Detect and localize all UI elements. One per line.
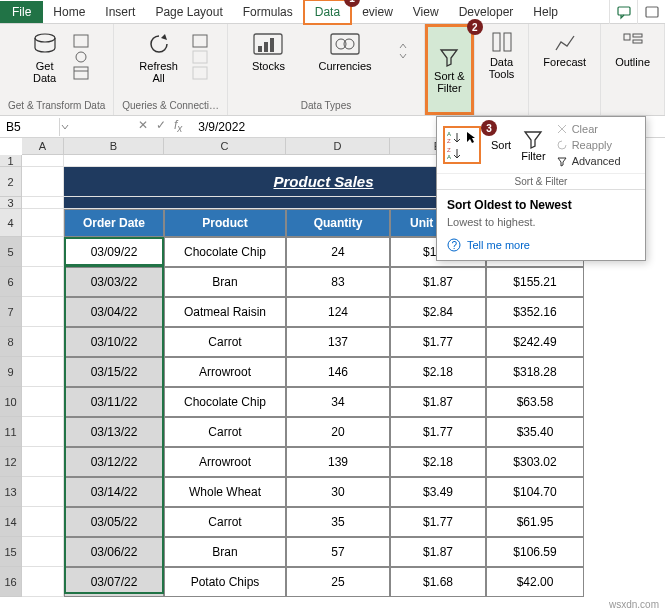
- row-3[interactable]: 3: [0, 197, 22, 209]
- cancel-icon[interactable]: ✕: [138, 118, 148, 134]
- edit-links-icon[interactable]: [192, 66, 208, 80]
- tell-me-more-link[interactable]: ? Tell me more: [447, 238, 635, 252]
- cell-d10[interactable]: 34: [286, 387, 390, 417]
- tab-formulas[interactable]: Formulas: [233, 1, 303, 23]
- cell-c5[interactable]: Chocolate Chip: [164, 237, 286, 267]
- fx-icon[interactable]: fx: [174, 118, 182, 134]
- cell-f8[interactable]: $242.49: [486, 327, 584, 357]
- cell-b9[interactable]: 03/15/22: [64, 357, 164, 387]
- cell-f14[interactable]: $61.95: [486, 507, 584, 537]
- tab-data[interactable]: Data 1: [303, 0, 352, 25]
- cell-c16[interactable]: Potato Chips: [164, 567, 286, 597]
- cell-b11[interactable]: 03/13/22: [64, 417, 164, 447]
- cell-f13[interactable]: $104.70: [486, 477, 584, 507]
- refresh-all-button[interactable]: Refresh All: [133, 28, 184, 86]
- name-box[interactable]: B5: [0, 118, 60, 136]
- cell-e16[interactable]: $1.68: [390, 567, 486, 597]
- row-6[interactable]: 6: [0, 267, 22, 297]
- cell-c8[interactable]: Carrot: [164, 327, 286, 357]
- tab-home[interactable]: Home: [43, 1, 95, 23]
- cell-b10[interactable]: 03/11/22: [64, 387, 164, 417]
- sort-filter-button[interactable]: Sort & Filter 2: [425, 24, 474, 115]
- col-a[interactable]: A: [22, 138, 64, 155]
- header-quantity[interactable]: Quantity: [286, 209, 390, 237]
- cell-e8[interactable]: $1.77: [390, 327, 486, 357]
- advanced-button[interactable]: Advanced: [556, 155, 621, 167]
- queries-icon[interactable]: [192, 34, 208, 48]
- cell-d7[interactable]: 124: [286, 297, 390, 327]
- cell-e9[interactable]: $2.18: [390, 357, 486, 387]
- row-15[interactable]: 15: [0, 537, 22, 567]
- sort-ascending-button[interactable]: AZ: [447, 130, 477, 144]
- cell-e12[interactable]: $2.18: [390, 447, 486, 477]
- cell-d5[interactable]: 24: [286, 237, 390, 267]
- enter-icon[interactable]: ✓: [156, 118, 166, 134]
- col-c[interactable]: C: [164, 138, 286, 155]
- cell-f6[interactable]: $155.21: [486, 267, 584, 297]
- row-13[interactable]: 13: [0, 477, 22, 507]
- col-d[interactable]: D: [286, 138, 390, 155]
- cell-d16[interactable]: 25: [286, 567, 390, 597]
- cell-d8[interactable]: 137: [286, 327, 390, 357]
- cell-d11[interactable]: 20: [286, 417, 390, 447]
- comments-button[interactable]: [609, 0, 637, 24]
- tab-review[interactable]: eview: [352, 1, 403, 23]
- currencies-button[interactable]: Currencies: [312, 28, 377, 74]
- cell-e11[interactable]: $1.77: [390, 417, 486, 447]
- cell-d13[interactable]: 30: [286, 477, 390, 507]
- row-11[interactable]: 11: [0, 417, 22, 447]
- cell-f16[interactable]: $42.00: [486, 567, 584, 597]
- outline-button[interactable]: Outline: [609, 28, 656, 70]
- cell-e10[interactable]: $1.87: [390, 387, 486, 417]
- sort-dialog-button[interactable]: Sort: [491, 139, 511, 151]
- tab-insert[interactable]: Insert: [95, 1, 145, 23]
- cell-f12[interactable]: $303.02: [486, 447, 584, 477]
- row-7[interactable]: 7: [0, 297, 22, 327]
- data-tools-button[interactable]: Data Tools: [483, 28, 521, 82]
- cell-c12[interactable]: Arrowroot: [164, 447, 286, 477]
- cell-c10[interactable]: Chocolate Chip: [164, 387, 286, 417]
- cell-b13[interactable]: 03/14/22: [64, 477, 164, 507]
- tab-page-layout[interactable]: Page Layout: [145, 1, 232, 23]
- stocks-button[interactable]: Stocks: [244, 28, 292, 74]
- cell-d12[interactable]: 139: [286, 447, 390, 477]
- from-web-icon[interactable]: [73, 50, 89, 64]
- tab-developer[interactable]: Developer: [449, 1, 524, 23]
- cell-f11[interactable]: $35.40: [486, 417, 584, 447]
- cell-c11[interactable]: Carrot: [164, 417, 286, 447]
- from-table-icon[interactable]: [73, 66, 89, 80]
- cell-e14[interactable]: $1.77: [390, 507, 486, 537]
- cell-b6[interactable]: 03/03/22: [64, 267, 164, 297]
- cell-e15[interactable]: $1.87: [390, 537, 486, 567]
- cell-c9[interactable]: Arrowroot: [164, 357, 286, 387]
- name-box-dropdown-icon[interactable]: [60, 122, 70, 132]
- file-tab[interactable]: File: [0, 1, 43, 23]
- get-data-button[interactable]: Get Data: [25, 28, 65, 86]
- row-14[interactable]: 14: [0, 507, 22, 537]
- cell-b7[interactable]: 03/04/22: [64, 297, 164, 327]
- row-10[interactable]: 10: [0, 387, 22, 417]
- row-16[interactable]: 16: [0, 567, 22, 597]
- row-8[interactable]: 8: [0, 327, 22, 357]
- cell-b14[interactable]: 03/05/22: [64, 507, 164, 537]
- cell-e6[interactable]: $1.87: [390, 267, 486, 297]
- cell-c14[interactable]: Carrot: [164, 507, 286, 537]
- cell-c7[interactable]: Oatmeal Raisin: [164, 297, 286, 327]
- header-product[interactable]: Product: [164, 209, 286, 237]
- row-2[interactable]: 2: [0, 167, 22, 197]
- cell-f10[interactable]: $63.58: [486, 387, 584, 417]
- col-b[interactable]: B: [64, 138, 164, 155]
- tab-help[interactable]: Help: [523, 1, 568, 23]
- share-button[interactable]: [637, 0, 665, 24]
- tab-view[interactable]: View: [403, 1, 449, 23]
- cell-d6[interactable]: 83: [286, 267, 390, 297]
- cell-f15[interactable]: $106.59: [486, 537, 584, 567]
- cell-f7[interactable]: $352.16: [486, 297, 584, 327]
- reapply-button[interactable]: Reapply: [556, 139, 621, 151]
- cell-b12[interactable]: 03/12/22: [64, 447, 164, 477]
- sort-descending-button[interactable]: ZA: [447, 146, 477, 160]
- row-5[interactable]: 5: [0, 237, 22, 267]
- forecast-button[interactable]: Forecast: [537, 28, 592, 70]
- header-orderdate[interactable]: Order Date: [64, 209, 164, 237]
- row-9[interactable]: 9: [0, 357, 22, 387]
